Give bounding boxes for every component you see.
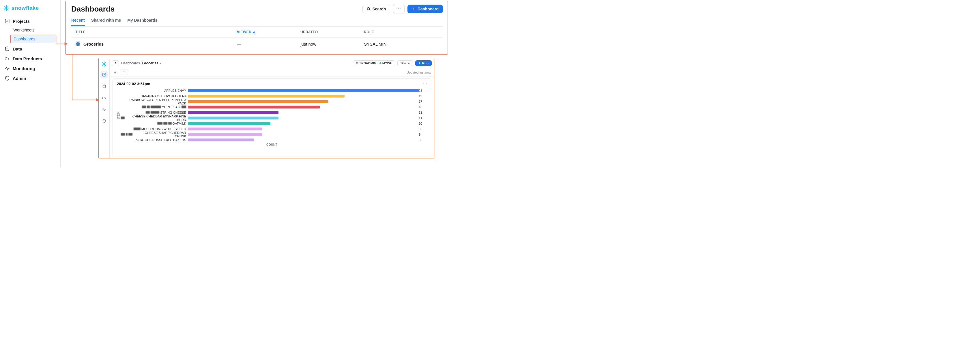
row-updated: just now: [301, 41, 364, 46]
bar-segment[interactable]: [188, 127, 262, 131]
data-icon: [5, 46, 10, 51]
dashboards-panel: Dashboards Search ··· Dashboard Recent S…: [65, 1, 448, 54]
bar-segment[interactable]: [188, 106, 320, 108]
mini-admin-icon[interactable]: [100, 117, 108, 125]
breadcrumb-current[interactable]: Groceries: [142, 61, 162, 65]
svg-rect-10: [76, 42, 77, 43]
new-dashboard-label: Dashboard: [418, 6, 439, 11]
bar-value: 28: [419, 89, 422, 92]
bar-value: 9: [419, 133, 420, 136]
play-icon: [418, 62, 421, 64]
sidebar-item-monitoring[interactable]: Monitoring: [0, 64, 60, 73]
chevron-down-icon: [159, 62, 162, 64]
bar-segment[interactable]: [188, 111, 278, 114]
tab-my-dashboards[interactable]: My Dashboards: [127, 18, 157, 26]
data-products-icon: [5, 56, 10, 61]
sidebar-sub-worksheets[interactable]: Worksheets: [0, 26, 60, 34]
col-updated[interactable]: UPDATED: [301, 30, 364, 34]
run-button[interactable]: Run: [415, 60, 432, 66]
bar-value: 11: [419, 116, 422, 120]
dashboard-icon: [75, 41, 81, 46]
sidebar-item-data[interactable]: Data: [0, 44, 60, 54]
bar-label: RAINBOW COLORED BELL PEPPER 3 PACK: [121, 98, 188, 105]
sidebar-item-label: Monitoring: [13, 66, 35, 71]
bar-value: 8: [419, 138, 420, 142]
add-tile-button[interactable]: [113, 70, 118, 75]
mini-projects-icon[interactable]: [100, 71, 108, 78]
bar-label: MUSHROOMS WHITE SLICED: [121, 127, 188, 131]
svg-rect-12: [76, 45, 77, 46]
brand-text: snowflake: [11, 5, 39, 11]
bar-label: POTATOES RUSSET XLG BAKERS: [121, 138, 188, 142]
bar-segment[interactable]: [188, 122, 270, 125]
bar-chart: ITEM APPLES ENVYBANANAS YELLOW REGULARRA…: [117, 88, 427, 143]
filter-button[interactable]: [121, 70, 128, 75]
monitoring-icon: [5, 66, 10, 71]
bar-segment[interactable]: [188, 133, 262, 136]
search-button[interactable]: Search: [363, 5, 390, 13]
bar-segment[interactable]: [188, 95, 345, 97]
tab-shared-with-me[interactable]: Shared with me: [91, 18, 121, 26]
tile-more-menu[interactable]: ···: [423, 81, 427, 86]
bar-segment[interactable]: [188, 89, 419, 92]
breadcrumb-parent[interactable]: Dashboards: [121, 61, 140, 65]
mini-data-products-icon[interactable]: [100, 94, 108, 102]
dashboard-row[interactable]: Groceries — just now SYSADMIN: [71, 38, 443, 50]
bar-value: 10: [419, 122, 422, 125]
sidebar-sub-dashboards[interactable]: Dashboards: [10, 35, 56, 43]
svg-marker-16: [160, 63, 161, 64]
filter-icon: [123, 71, 126, 74]
bar-segment[interactable]: [188, 100, 328, 103]
snowflake-icon[interactable]: [101, 61, 107, 67]
sidebar-item-label: Data Products: [13, 56, 42, 61]
svg-rect-13: [78, 45, 80, 46]
tile-title: 2024-02-02 3:51pm: [117, 82, 427, 86]
sidebar-item-data-products[interactable]: Data Products: [0, 54, 60, 64]
bar-segment[interactable]: [188, 116, 278, 119]
more-menu-button[interactable]: ···: [393, 4, 404, 14]
svg-point-23: [124, 72, 124, 72]
snowflake-icon: [3, 5, 10, 11]
bar-label: STRING CHEESE: [121, 111, 188, 114]
new-dashboard-button[interactable]: Dashboard: [407, 5, 443, 13]
bar-label: APPLES ENVY: [121, 89, 188, 92]
mini-data-icon[interactable]: [100, 83, 108, 90]
sidebar-item-projects[interactable]: Projects: [0, 16, 60, 26]
bar-label: CHEESE SHARP CHEDDAR CHUNK: [121, 131, 188, 138]
dashboards-tabs: Recent Shared with me My Dashboards: [71, 18, 443, 27]
bar-value: 17: [419, 100, 422, 103]
back-button[interactable]: [112, 60, 119, 66]
svg-point-1: [5, 47, 9, 48]
tab-recent[interactable]: Recent: [71, 18, 85, 26]
row-role: SYSADMIN: [364, 41, 439, 46]
svg-rect-0: [5, 19, 9, 23]
col-role[interactable]: ROLE: [364, 30, 439, 34]
brand-logo[interactable]: snowflake: [0, 3, 60, 16]
sidebar-item-admin[interactable]: Admin: [0, 73, 60, 83]
dashboard-view-panel: Dashboards Groceries SYSADMIN · MYWH Sha…: [99, 58, 434, 158]
dashboard-header: Dashboards Groceries SYSADMIN · MYWH Sha…: [110, 58, 434, 68]
svg-marker-18: [419, 62, 420, 64]
bar-label: YGRT PLAIN: [121, 105, 188, 109]
row-viewed: —: [237, 41, 301, 46]
col-viewed[interactable]: VIEWED: [237, 30, 301, 34]
bar-label: CHEESE CHEDDAR EXSHARP FINE SHRD: [121, 115, 188, 121]
svg-point-5: [367, 8, 369, 10]
share-button[interactable]: Share: [398, 60, 413, 66]
updated-text: Updated just now: [407, 71, 431, 74]
projects-icon: [5, 19, 10, 24]
dashboard-toolbar: Updated just now: [110, 68, 434, 77]
x-axis-label: COUNT: [117, 143, 427, 146]
svg-line-6: [369, 10, 370, 11]
annotation-arrow: [71, 54, 100, 103]
plus-icon: [113, 71, 117, 74]
mini-monitoring-icon[interactable]: [100, 106, 108, 113]
bar-value: 9: [419, 127, 420, 131]
search-icon: [367, 7, 371, 11]
bar-segment[interactable]: [188, 139, 254, 142]
col-title[interactable]: TITLE: [75, 30, 237, 34]
role-warehouse-pill[interactable]: SYSADMIN · MYWH: [353, 60, 395, 66]
svg-point-17: [356, 62, 357, 63]
svg-point-15: [103, 85, 105, 86]
svg-rect-14: [102, 73, 106, 76]
